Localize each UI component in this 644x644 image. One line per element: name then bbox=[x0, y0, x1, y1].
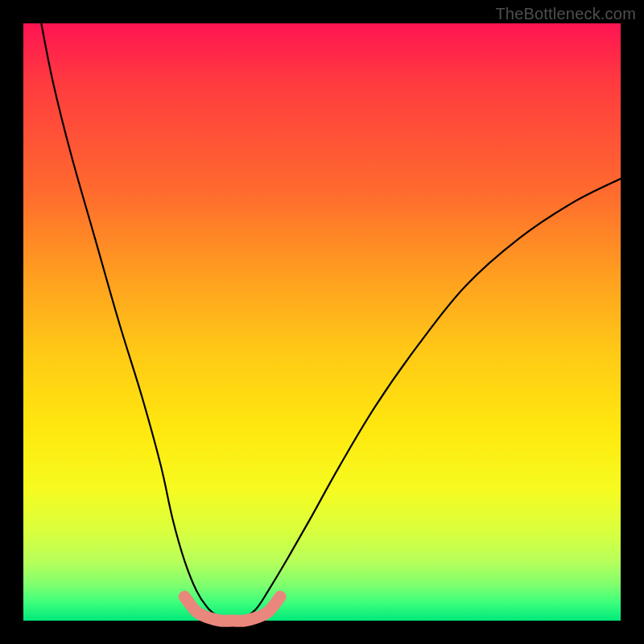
bottleneck-curve bbox=[41, 23, 621, 621]
watermark-text: TheBottleneck.com bbox=[495, 5, 636, 23]
plot-area bbox=[23, 23, 621, 621]
chart-frame: TheBottleneck.com bbox=[0, 0, 644, 644]
marker-band bbox=[184, 597, 280, 621]
curve-layer bbox=[23, 23, 621, 621]
